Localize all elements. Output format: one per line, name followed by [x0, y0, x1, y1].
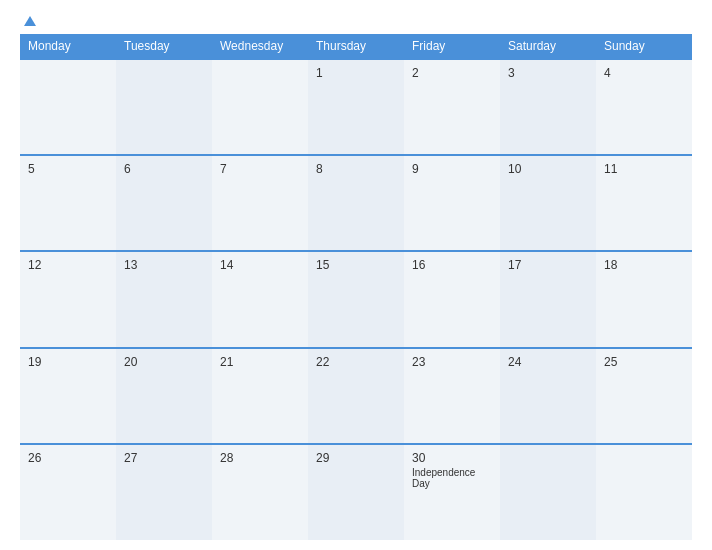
calendar-cell: 28 — [212, 444, 308, 540]
day-number: 10 — [508, 162, 588, 176]
calendar-cell: 15 — [308, 251, 404, 347]
day-number: 15 — [316, 258, 396, 272]
calendar-cell: 27 — [116, 444, 212, 540]
day-number: 24 — [508, 355, 588, 369]
calendar-cell: 26 — [20, 444, 116, 540]
weekday-header-tuesday: Tuesday — [116, 34, 212, 59]
day-number: 21 — [220, 355, 300, 369]
day-number: 17 — [508, 258, 588, 272]
calendar-cell: 8 — [308, 155, 404, 251]
calendar-cell: 29 — [308, 444, 404, 540]
calendar-cell: 3 — [500, 59, 596, 155]
day-number: 1 — [316, 66, 396, 80]
calendar-cell — [20, 59, 116, 155]
weekday-header-friday: Friday — [404, 34, 500, 59]
calendar-cell: 11 — [596, 155, 692, 251]
day-number: 5 — [28, 162, 108, 176]
calendar-week-row: 567891011 — [20, 155, 692, 251]
day-number: 29 — [316, 451, 396, 465]
calendar-cell: 9 — [404, 155, 500, 251]
calendar-cell: 10 — [500, 155, 596, 251]
day-number: 18 — [604, 258, 684, 272]
calendar-cell: 30Independence Day — [404, 444, 500, 540]
calendar-cell: 16 — [404, 251, 500, 347]
calendar-cell: 22 — [308, 348, 404, 444]
day-number: 8 — [316, 162, 396, 176]
day-number: 6 — [124, 162, 204, 176]
weekday-header-monday: Monday — [20, 34, 116, 59]
calendar-cell: 13 — [116, 251, 212, 347]
day-number: 16 — [412, 258, 492, 272]
calendar-cell — [596, 444, 692, 540]
day-number: 2 — [412, 66, 492, 80]
calendar-week-row: 19202122232425 — [20, 348, 692, 444]
calendar-cell: 17 — [500, 251, 596, 347]
day-number: 19 — [28, 355, 108, 369]
calendar-cell — [500, 444, 596, 540]
calendar-cell: 6 — [116, 155, 212, 251]
weekday-header-saturday: Saturday — [500, 34, 596, 59]
day-number: 25 — [604, 355, 684, 369]
day-number: 9 — [412, 162, 492, 176]
calendar-cell: 4 — [596, 59, 692, 155]
weekday-header-thursday: Thursday — [308, 34, 404, 59]
calendar-cell: 12 — [20, 251, 116, 347]
calendar-cell: 24 — [500, 348, 596, 444]
calendar-cell: 19 — [20, 348, 116, 444]
day-number: 12 — [28, 258, 108, 272]
calendar-cell — [212, 59, 308, 155]
weekday-header-wednesday: Wednesday — [212, 34, 308, 59]
calendar-cell: 5 — [20, 155, 116, 251]
day-number: 3 — [508, 66, 588, 80]
calendar-cell: 21 — [212, 348, 308, 444]
calendar-week-row: 1234 — [20, 59, 692, 155]
calendar-cell: 1 — [308, 59, 404, 155]
day-number: 13 — [124, 258, 204, 272]
calendar-cell: 7 — [212, 155, 308, 251]
calendar-cell: 25 — [596, 348, 692, 444]
day-number: 23 — [412, 355, 492, 369]
day-number: 22 — [316, 355, 396, 369]
calendar-table: MondayTuesdayWednesdayThursdayFridaySatu… — [20, 34, 692, 540]
day-number: 14 — [220, 258, 300, 272]
calendar-cell: 14 — [212, 251, 308, 347]
weekday-header-row: MondayTuesdayWednesdayThursdayFridaySatu… — [20, 34, 692, 59]
calendar-cell: 20 — [116, 348, 212, 444]
day-number: 11 — [604, 162, 684, 176]
day-number: 26 — [28, 451, 108, 465]
day-number: 20 — [124, 355, 204, 369]
day-number: 27 — [124, 451, 204, 465]
calendar-cell: 18 — [596, 251, 692, 347]
event-label: Independence Day — [412, 467, 492, 489]
calendar-cell: 23 — [404, 348, 500, 444]
day-number: 30 — [412, 451, 492, 465]
calendar-week-row: 12131415161718 — [20, 251, 692, 347]
logo — [20, 16, 36, 26]
weekday-header-sunday: Sunday — [596, 34, 692, 59]
calendar-cell: 2 — [404, 59, 500, 155]
calendar-week-row: 2627282930Independence Day — [20, 444, 692, 540]
day-number: 4 — [604, 66, 684, 80]
day-number: 7 — [220, 162, 300, 176]
calendar-cell — [116, 59, 212, 155]
day-number: 28 — [220, 451, 300, 465]
logo-triangle-icon — [24, 16, 36, 26]
calendar-header — [20, 16, 692, 26]
